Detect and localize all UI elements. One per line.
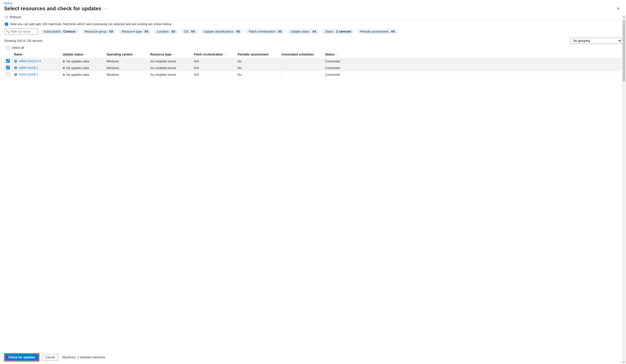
- status-cell: Connected: [323, 65, 622, 71]
- col-update-status[interactable]: Update status: [61, 51, 104, 58]
- filter-os[interactable]: OS : All: [181, 29, 198, 34]
- vertical-scrollbar[interactable]: ▲ ▼: [622, 15, 626, 78]
- table-wrap: Select all Name Update status Operating …: [0, 45, 626, 78]
- info-icon: i: [5, 22, 8, 26]
- filter-update-classifications[interactable]: Update classifications : All: [201, 29, 243, 34]
- scroll-up-icon[interactable]: ▲: [622, 15, 626, 19]
- os-cell: Windows: [104, 65, 148, 71]
- svg-rect-4: [15, 69, 16, 69]
- filter-input-wrap: 🔍: [5, 29, 38, 35]
- patch-orch-cell: N/A: [192, 71, 236, 78]
- os-cell: Windows: [104, 58, 148, 65]
- col-periodic[interactable]: Periodic assessment: [236, 51, 279, 58]
- resource-name-link[interactable]: a404-r1w16-1: [19, 66, 38, 70]
- page-header: Select resources and check for updates ⋯…: [0, 5, 626, 14]
- grouping-select[interactable]: No grouping: [570, 38, 622, 44]
- filter-periodic-assessment[interactable]: Periodic assessment : All: [357, 29, 398, 34]
- record-count: Showing 100 of 130 records: [4, 39, 42, 43]
- table-row: a404-r1w16-1 No updates data Windows Arc…: [4, 65, 622, 71]
- info-bar: i Note you can add upto 100 machines. Ma…: [0, 20, 626, 28]
- select-all-checkbox[interactable]: [6, 46, 10, 50]
- resource-type-cell: Arc-enabled server: [148, 71, 192, 78]
- table-row: a404-r1w12r2-4 No updates data Windows A…: [4, 58, 622, 65]
- col-status[interactable]: Status: [323, 51, 622, 58]
- status-dot-icon: [63, 74, 65, 76]
- periodic-cell: No: [236, 65, 279, 71]
- svg-rect-1: [15, 62, 16, 63]
- svg-rect-0: [14, 60, 17, 62]
- assoc-cell: -: [279, 65, 323, 71]
- svg-rect-3: [14, 67, 17, 69]
- filters-row: 🔍 Subscription : Contoso Resource group …: [0, 28, 626, 37]
- svg-rect-7: [15, 76, 16, 76]
- refresh-button[interactable]: Refresh: [5, 15, 22, 19]
- server-icon: [14, 66, 17, 70]
- more-menu-icon[interactable]: ⋯: [103, 7, 107, 11]
- breadcrumb: Home: [0, 0, 626, 5]
- row-checkbox[interactable]: [6, 72, 10, 76]
- update-status-text: No updates data: [66, 66, 89, 70]
- svg-rect-6: [14, 73, 17, 75]
- row-checkbox[interactable]: [6, 66, 10, 69]
- resource-name-link[interactable]: a404-r1w16-2: [19, 73, 38, 76]
- table-row: a404-r1w16-2 No updates data Windows Arc…: [4, 71, 622, 78]
- breadcrumb-home[interactable]: Home: [4, 2, 12, 5]
- server-icon: [14, 60, 17, 63]
- scrollbar-thumb[interactable]: [623, 20, 625, 78]
- svg-rect-8: [15, 76, 17, 76]
- col-os[interactable]: Operating system: [104, 51, 148, 58]
- filter-location[interactable]: Location : All: [154, 29, 178, 34]
- status-dot-icon: [63, 67, 65, 69]
- resources-table: Name Update status Operating system Reso…: [4, 51, 622, 78]
- assoc-cell: -: [279, 58, 323, 65]
- server-icon: [14, 73, 17, 77]
- filter-patch-orchestration[interactable]: Patch orchestration : All: [246, 29, 285, 34]
- refresh-icon: [5, 15, 8, 19]
- select-all-label: Select all: [12, 46, 24, 50]
- filter-update-status[interactable]: Update status : All: [288, 29, 319, 34]
- patch-orch-cell: N/A: [192, 58, 236, 65]
- svg-rect-5: [15, 69, 17, 69]
- resource-type-cell: Arc-enabled server: [148, 65, 192, 71]
- os-cell: Windows: [104, 71, 148, 78]
- filter-resource-group[interactable]: Resource group : All: [82, 29, 116, 34]
- info-text: Note you can add upto 100 machines. Mach…: [10, 22, 172, 26]
- resource-type-cell: Arc-enabled server: [148, 58, 192, 65]
- filter-resource-type[interactable]: Resource type : All: [119, 29, 151, 34]
- col-resource-type[interactable]: Resource type: [148, 51, 192, 58]
- update-status-text: No updates data: [66, 60, 89, 63]
- patch-orch-cell: N/A: [192, 65, 236, 71]
- svg-rect-2: [15, 62, 17, 63]
- refresh-label: Refresh: [10, 15, 22, 19]
- assoc-cell: -: [279, 71, 323, 78]
- periodic-cell: No: [236, 71, 279, 78]
- page-title: Select resources and check for updates: [4, 6, 101, 12]
- col-patch-orch[interactable]: Patch orchestration: [192, 51, 236, 58]
- search-icon: 🔍: [6, 30, 10, 33]
- col-assoc[interactable]: Associated schedules: [279, 51, 323, 58]
- filter-subscription[interactable]: Subscription : Contoso: [41, 29, 79, 34]
- summary-row: Showing 100 of 130 records No grouping: [0, 37, 626, 45]
- col-name[interactable]: Name: [12, 51, 61, 58]
- row-checkbox[interactable]: [6, 59, 10, 63]
- status-dot-icon: [63, 60, 65, 62]
- status-cell: Connected: [323, 58, 622, 65]
- filter-status[interactable]: Status : 2 selected: [322, 29, 354, 34]
- update-status-text: No updates data: [66, 73, 89, 77]
- resource-name-link[interactable]: a404-r1w12r2-4: [19, 59, 41, 63]
- periodic-cell: No: [236, 58, 279, 65]
- status-cell: Connected: [323, 71, 622, 78]
- toolbar: Refresh: [0, 14, 626, 20]
- close-icon[interactable]: ✕: [614, 5, 622, 12]
